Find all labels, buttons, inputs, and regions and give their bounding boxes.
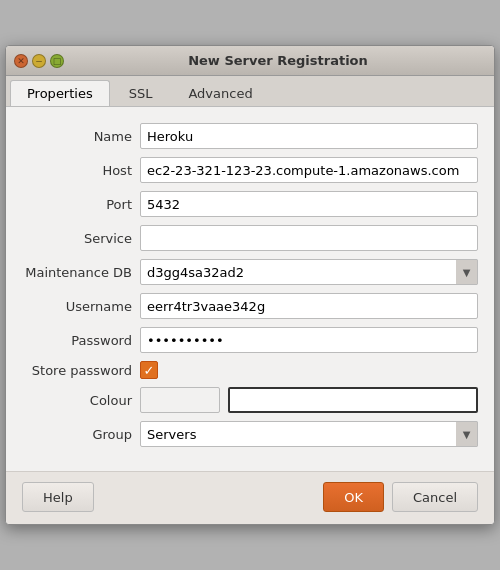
form-content: Name Host Port Service Maintenance DB d3… [6,107,494,471]
maximize-button[interactable]: □ [50,54,64,68]
ok-button[interactable]: OK [323,482,384,512]
tab-advanced[interactable]: Advanced [171,80,269,106]
password-label: Password [22,333,132,348]
maintenance-db-select[interactable]: d3gg4sa32ad2 [140,259,478,285]
group-label: Group [22,427,132,442]
window-title: New Server Registration [70,53,486,68]
titlebar: ✕ − □ New Server Registration [6,46,494,76]
port-label: Port [22,197,132,212]
username-label: Username [22,299,132,314]
footer-right-buttons: OK Cancel [323,482,478,512]
cancel-button[interactable]: Cancel [392,482,478,512]
maintenance-db-row: Maintenance DB d3gg4sa32ad2 ▼ [22,259,478,285]
colour-picker-box[interactable] [228,387,478,413]
store-password-checkbox[interactable] [140,361,158,379]
tab-properties[interactable]: Properties [10,80,110,106]
service-input[interactable] [140,225,478,251]
titlebar-buttons: ✕ − □ [14,54,64,68]
host-input[interactable] [140,157,478,183]
store-password-row: Store password [22,361,478,379]
tab-bar: Properties SSL Advanced [6,76,494,107]
colour-preview [140,387,220,413]
group-select[interactable]: Servers [140,421,478,447]
dialog-window: ✕ − □ New Server Registration Properties… [5,45,495,525]
password-input[interactable] [140,327,478,353]
help-button[interactable]: Help [22,482,94,512]
host-row: Host [22,157,478,183]
colour-area [140,387,478,413]
host-label: Host [22,163,132,178]
password-row: Password [22,327,478,353]
username-input[interactable] [140,293,478,319]
store-password-checkbox-wrapper [140,361,158,379]
username-row: Username [22,293,478,319]
footer: Help OK Cancel [6,471,494,524]
service-label: Service [22,231,132,246]
group-wrapper: Servers ▼ [140,421,478,447]
port-row: Port [22,191,478,217]
port-input[interactable] [140,191,478,217]
colour-row: Colour [22,387,478,413]
minimize-button[interactable]: − [32,54,46,68]
name-input[interactable] [140,123,478,149]
group-row: Group Servers ▼ [22,421,478,447]
colour-label: Colour [22,393,132,408]
service-row: Service [22,225,478,251]
maintenance-db-label: Maintenance DB [22,265,132,280]
close-button[interactable]: ✕ [14,54,28,68]
store-password-label: Store password [22,363,132,378]
name-label: Name [22,129,132,144]
name-row: Name [22,123,478,149]
tab-ssl[interactable]: SSL [112,80,170,106]
maintenance-db-wrapper: d3gg4sa32ad2 ▼ [140,259,478,285]
